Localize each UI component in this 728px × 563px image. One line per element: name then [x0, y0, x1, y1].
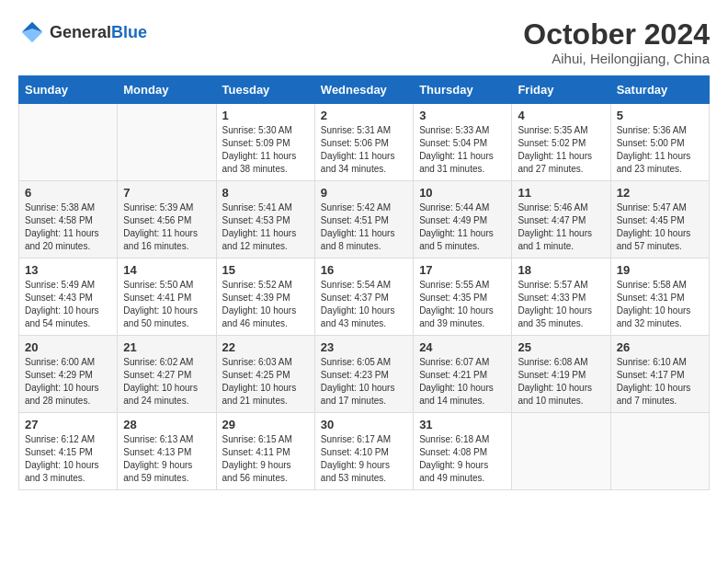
- day-info: Sunrise: 5:47 AM Sunset: 4:45 PM Dayligh…: [617, 201, 703, 253]
- day-info: Sunrise: 6:00 AM Sunset: 4:29 PM Dayligh…: [25, 356, 111, 408]
- month-title: October 2024: [523, 18, 710, 51]
- day-info: Sunrise: 5:52 AM Sunset: 4:39 PM Dayligh…: [222, 279, 309, 330]
- calendar-cell: 15Sunrise: 5:52 AM Sunset: 4:39 PM Dayli…: [216, 259, 314, 336]
- day-number: 3: [419, 109, 506, 122]
- day-number: 31: [419, 418, 506, 431]
- logo-icon: [18, 18, 46, 46]
- day-number: 23: [321, 340, 407, 354]
- weekday-header-saturday: Saturday: [610, 76, 709, 104]
- day-number: 17: [419, 263, 506, 277]
- day-number: 5: [617, 109, 703, 122]
- calendar-cell: 4Sunrise: 5:35 AM Sunset: 5:02 PM Daylig…: [512, 104, 610, 181]
- calendar-table: SundayMondayTuesdayWednesdayThursdayFrid…: [18, 75, 710, 490]
- day-info: Sunrise: 6:17 AM Sunset: 4:10 PM Dayligh…: [321, 433, 407, 485]
- calendar-cell: 24Sunrise: 6:07 AM Sunset: 4:21 PM Dayli…: [414, 336, 512, 413]
- day-info: Sunrise: 5:39 AM Sunset: 4:56 PM Dayligh…: [123, 201, 210, 253]
- day-info: Sunrise: 6:03 AM Sunset: 4:25 PM Dayligh…: [222, 356, 309, 408]
- calendar-cell: 6Sunrise: 5:38 AM Sunset: 4:58 PM Daylig…: [19, 181, 118, 259]
- calendar-cell: 30Sunrise: 6:17 AM Sunset: 4:10 PM Dayli…: [314, 413, 413, 490]
- day-number: 1: [222, 109, 309, 122]
- calendar-week-row: 1Sunrise: 5:30 AM Sunset: 5:09 PM Daylig…: [19, 104, 710, 181]
- weekday-header-thursday: Thursday: [414, 76, 512, 104]
- day-number: 18: [518, 263, 604, 277]
- logo-general: General: [50, 23, 111, 41]
- day-number: 28: [123, 418, 210, 431]
- calendar-cell: 17Sunrise: 5:55 AM Sunset: 4:35 PM Dayli…: [414, 259, 512, 336]
- calendar-week-row: 13Sunrise: 5:49 AM Sunset: 4:43 PM Dayli…: [19, 259, 710, 336]
- day-info: Sunrise: 5:54 AM Sunset: 4:37 PM Dayligh…: [321, 279, 407, 330]
- calendar-week-row: 6Sunrise: 5:38 AM Sunset: 4:58 PM Daylig…: [19, 181, 710, 259]
- day-number: 4: [518, 109, 604, 122]
- calendar-cell: 25Sunrise: 6:08 AM Sunset: 4:19 PM Dayli…: [512, 336, 610, 413]
- calendar-cell: 19Sunrise: 5:58 AM Sunset: 4:31 PM Dayli…: [610, 259, 709, 336]
- day-info: Sunrise: 6:10 AM Sunset: 4:17 PM Dayligh…: [617, 356, 703, 408]
- calendar-cell: 5Sunrise: 5:36 AM Sunset: 5:00 PM Daylig…: [610, 104, 709, 181]
- day-number: 29: [222, 418, 309, 431]
- day-info: Sunrise: 6:08 AM Sunset: 4:19 PM Dayligh…: [518, 356, 604, 408]
- calendar-cell: 27Sunrise: 6:12 AM Sunset: 4:15 PM Dayli…: [19, 413, 118, 490]
- day-info: Sunrise: 5:49 AM Sunset: 4:43 PM Dayligh…: [25, 279, 111, 330]
- day-info: Sunrise: 5:41 AM Sunset: 4:53 PM Dayligh…: [222, 201, 309, 253]
- day-info: Sunrise: 5:42 AM Sunset: 4:51 PM Dayligh…: [321, 201, 407, 253]
- calendar-cell: 22Sunrise: 6:03 AM Sunset: 4:25 PM Dayli…: [216, 336, 314, 413]
- day-number: 27: [25, 418, 111, 431]
- day-info: Sunrise: 5:44 AM Sunset: 4:49 PM Dayligh…: [419, 201, 506, 253]
- day-number: 6: [25, 186, 111, 200]
- calendar-cell: 1Sunrise: 5:30 AM Sunset: 5:09 PM Daylig…: [216, 104, 314, 181]
- weekday-header-tuesday: Tuesday: [216, 76, 314, 104]
- weekday-header-monday: Monday: [118, 76, 216, 104]
- calendar-cell: [512, 413, 610, 490]
- location-title: Aihui, Heilongjiang, China: [523, 51, 710, 66]
- calendar-cell: 14Sunrise: 5:50 AM Sunset: 4:41 PM Dayli…: [118, 259, 216, 336]
- calendar-cell: 23Sunrise: 6:05 AM Sunset: 4:23 PM Dayli…: [314, 336, 413, 413]
- day-number: 8: [222, 186, 309, 200]
- logo: GeneralBlue: [18, 18, 147, 46]
- day-info: Sunrise: 6:15 AM Sunset: 4:11 PM Dayligh…: [222, 433, 309, 485]
- calendar-cell: 7Sunrise: 5:39 AM Sunset: 4:56 PM Daylig…: [118, 181, 216, 259]
- day-info: Sunrise: 5:58 AM Sunset: 4:31 PM Dayligh…: [617, 279, 703, 330]
- weekday-header-wednesday: Wednesday: [314, 76, 413, 104]
- day-info: Sunrise: 6:07 AM Sunset: 4:21 PM Dayligh…: [419, 356, 506, 408]
- calendar-cell: 10Sunrise: 5:44 AM Sunset: 4:49 PM Dayli…: [414, 181, 512, 259]
- day-number: 11: [518, 186, 604, 200]
- day-info: Sunrise: 6:18 AM Sunset: 4:08 PM Dayligh…: [419, 433, 506, 485]
- weekday-header-sunday: Sunday: [19, 76, 118, 104]
- day-number: 25: [518, 340, 604, 354]
- calendar-cell: 16Sunrise: 5:54 AM Sunset: 4:37 PM Dayli…: [314, 259, 413, 336]
- calendar-week-row: 27Sunrise: 6:12 AM Sunset: 4:15 PM Dayli…: [19, 413, 710, 490]
- weekday-header-friday: Friday: [512, 76, 610, 104]
- calendar-cell: 29Sunrise: 6:15 AM Sunset: 4:11 PM Dayli…: [216, 413, 314, 490]
- day-info: Sunrise: 5:57 AM Sunset: 4:33 PM Dayligh…: [518, 279, 604, 330]
- calendar-cell: 3Sunrise: 5:33 AM Sunset: 5:04 PM Daylig…: [414, 104, 512, 181]
- calendar-cell: 31Sunrise: 6:18 AM Sunset: 4:08 PM Dayli…: [414, 413, 512, 490]
- calendar-cell: 8Sunrise: 5:41 AM Sunset: 4:53 PM Daylig…: [216, 181, 314, 259]
- calendar-cell: 12Sunrise: 5:47 AM Sunset: 4:45 PM Dayli…: [610, 181, 709, 259]
- day-info: Sunrise: 5:46 AM Sunset: 4:47 PM Dayligh…: [518, 201, 604, 253]
- calendar-cell: 18Sunrise: 5:57 AM Sunset: 4:33 PM Dayli…: [512, 259, 610, 336]
- title-block: October 2024 Aihui, Heilongjiang, China: [523, 18, 710, 66]
- day-info: Sunrise: 5:38 AM Sunset: 4:58 PM Dayligh…: [25, 201, 111, 253]
- day-info: Sunrise: 5:31 AM Sunset: 5:06 PM Dayligh…: [321, 124, 407, 176]
- calendar-cell: 11Sunrise: 5:46 AM Sunset: 4:47 PM Dayli…: [512, 181, 610, 259]
- day-number: 15: [222, 263, 309, 277]
- day-number: 12: [617, 186, 703, 200]
- calendar-cell: 28Sunrise: 6:13 AM Sunset: 4:13 PM Dayli…: [118, 413, 216, 490]
- day-number: 19: [617, 263, 703, 277]
- day-info: Sunrise: 6:02 AM Sunset: 4:27 PM Dayligh…: [123, 356, 210, 408]
- calendar-cell: 26Sunrise: 6:10 AM Sunset: 4:17 PM Dayli…: [610, 336, 709, 413]
- page-header: GeneralBlue October 2024 Aihui, Heilongj…: [18, 18, 710, 66]
- logo-blue: Blue: [111, 23, 147, 41]
- day-number: 13: [25, 263, 111, 277]
- calendar-cell: 20Sunrise: 6:00 AM Sunset: 4:29 PM Dayli…: [19, 336, 118, 413]
- day-info: Sunrise: 5:36 AM Sunset: 5:00 PM Dayligh…: [617, 124, 703, 176]
- day-number: 16: [321, 263, 407, 277]
- day-info: Sunrise: 5:50 AM Sunset: 4:41 PM Dayligh…: [123, 279, 210, 330]
- day-info: Sunrise: 6:13 AM Sunset: 4:13 PM Dayligh…: [123, 433, 210, 485]
- calendar-cell: [19, 104, 118, 181]
- day-number: 24: [419, 340, 506, 354]
- day-number: 21: [123, 340, 210, 354]
- day-number: 10: [419, 186, 506, 200]
- calendar-cell: [610, 413, 709, 490]
- day-info: Sunrise: 5:33 AM Sunset: 5:04 PM Dayligh…: [419, 124, 506, 176]
- day-info: Sunrise: 6:05 AM Sunset: 4:23 PM Dayligh…: [321, 356, 407, 408]
